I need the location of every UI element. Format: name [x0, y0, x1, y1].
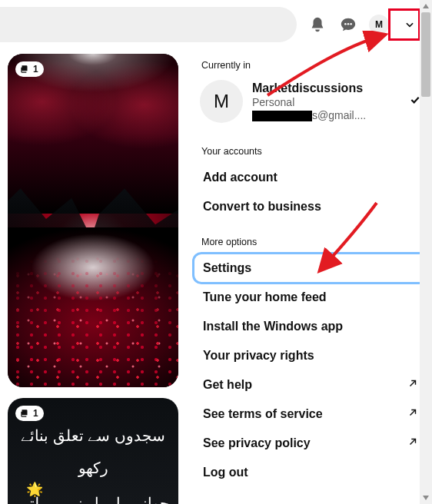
section-label-currently-in: Currently in	[194, 49, 427, 77]
profile-avatar-large: M	[200, 80, 243, 123]
current-account-row[interactable]: M Marketdiscussions Personal s@gmail....	[194, 77, 427, 131]
vertical-scrollbar[interactable]	[420, 0, 432, 504]
menu-see-privacy-policy[interactable]: See privacy policy	[194, 429, 427, 458]
collection-icon	[19, 64, 30, 75]
svg-point-0	[344, 23, 347, 25]
collection-count: 1	[33, 64, 38, 75]
section-label-more-options: More options	[194, 226, 427, 254]
search-input[interactable]	[0, 7, 297, 42]
profile-avatar-small[interactable]: M	[369, 15, 389, 35]
external-link-icon	[407, 436, 418, 450]
pin-image	[8, 54, 178, 214]
menu-get-help[interactable]: Get help	[194, 370, 427, 400]
menu-log-out[interactable]: Log out	[194, 458, 427, 487]
collection-count: 1	[33, 408, 38, 419]
top-bar: M	[0, 0, 432, 49]
menu-item-label: Get help	[203, 378, 252, 392]
account-type: Personal	[252, 96, 400, 108]
svg-line-4	[410, 410, 416, 416]
account-menu-button[interactable]	[400, 15, 420, 35]
menu-settings[interactable]: Settings	[194, 254, 427, 283]
collection-badge[interactable]: 1	[15, 61, 44, 77]
scroll-up-button[interactable]	[420, 0, 432, 12]
section-label-your-accounts: Your accounts	[194, 135, 427, 163]
account-info: Marketdiscussions Personal s@gmail....	[252, 81, 400, 121]
pin-image	[8, 234, 178, 387]
svg-point-2	[350, 23, 352, 25]
menu-item-label: Install the Windows app	[203, 320, 343, 333]
avatar-initial: M	[375, 19, 383, 30]
star-decoration: 🌟	[26, 481, 43, 498]
chevron-down-icon	[404, 19, 415, 30]
svg-line-5	[410, 439, 416, 445]
scroll-down-button[interactable]	[420, 492, 432, 504]
menu-item-label: Tune your home feed	[203, 290, 327, 304]
svg-point-1	[347, 23, 350, 25]
menu-item-label: Convert to business	[203, 200, 321, 214]
menu-item-label: See terms of service	[203, 407, 323, 421]
external-link-icon	[407, 378, 418, 392]
feed-column: 1 سجدوں سے تعلق بنائے رکھو جوانی بار بار…	[8, 54, 178, 504]
external-link-icon	[407, 407, 418, 421]
pin-card[interactable]: سجدوں سے تعلق بنائے رکھو جوانی بار بار ن…	[8, 398, 178, 504]
menu-item-label: See privacy policy	[203, 436, 311, 450]
menu-see-terms-of-service[interactable]: See terms of service	[194, 400, 427, 429]
account-dropdown: Currently in M Marketdiscussions Persona…	[194, 49, 427, 487]
notifications-icon[interactable]	[307, 15, 327, 35]
messages-icon[interactable]	[338, 15, 358, 35]
menu-item-label: Log out	[203, 466, 248, 479]
menu-convert-to-business[interactable]: Convert to business	[194, 192, 427, 221]
menu-add-account[interactable]: Add account	[194, 163, 427, 192]
pin-card[interactable]: 1	[8, 54, 178, 387]
collection-icon	[19, 408, 30, 419]
svg-line-3	[410, 381, 416, 386]
menu-install-windows-app[interactable]: Install the Windows app	[194, 312, 427, 341]
scrollbar-thumb[interactable]	[421, 12, 430, 97]
account-name: Marketdiscussions	[252, 81, 400, 95]
menu-item-label: Settings	[203, 261, 251, 275]
redacted-text	[252, 111, 312, 121]
menu-item-label: Add account	[203, 171, 277, 184]
menu-tune-home-feed[interactable]: Tune your home feed	[194, 283, 427, 312]
menu-item-label: Your privacy rights	[203, 349, 314, 363]
account-email: s@gmail....	[252, 109, 400, 121]
collection-badge[interactable]: 1	[15, 406, 44, 421]
menu-your-privacy-rights[interactable]: Your privacy rights	[194, 341, 427, 370]
